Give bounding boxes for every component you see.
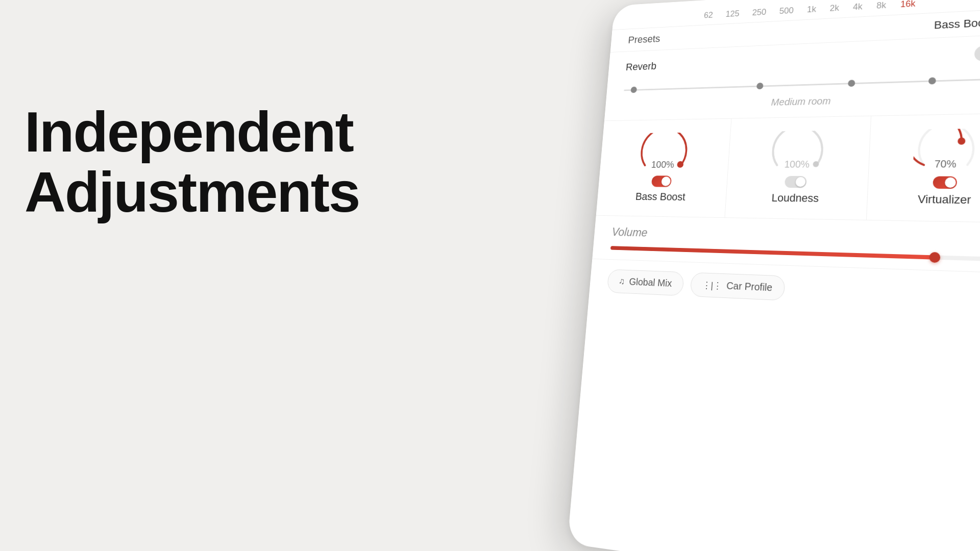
bass-boost-toggle-knob [661, 177, 671, 186]
reverb-thumb-mid2 [848, 80, 855, 87]
bass-boost-percentage: 100% [651, 159, 674, 170]
freq-2k: 2k [829, 3, 839, 13]
reverb-header: Reverb [625, 45, 980, 74]
virtualizer-knob-container: 70% [913, 129, 979, 170]
reverb-thumb-start [630, 87, 637, 93]
reverb-title: Reverb [625, 60, 657, 73]
freq-1k: 1k [807, 5, 817, 15]
bass-boost-knob-container: 100% [636, 133, 692, 170]
preset-dropdown[interactable]: Bass Boost ▼ [934, 15, 980, 32]
preset-selected: Bass Boost [934, 16, 980, 32]
svg-point-1 [813, 161, 819, 167]
volume-fill [610, 246, 935, 260]
phone-wrapper: 62 125 250 500 1k 2k 4k 8k 16k Presets B… [572, 0, 980, 551]
loudness-percentage: 100% [784, 159, 810, 170]
tab-global-mix[interactable]: ♫ Global Mix [607, 269, 684, 296]
loudness-toggle-row [785, 176, 807, 188]
phone-content: 62 125 250 500 1k 2k 4k 8k 16k Presets B… [568, 0, 980, 551]
virtualizer-label: Virtualizer [918, 193, 971, 207]
loudness-knob-container: 100% [767, 131, 828, 170]
effects-grid: 100% Bass Boost [596, 113, 980, 223]
bass-boost-label: Bass Boost [635, 190, 685, 203]
phone-mock: 62 125 250 500 1k 2k 4k 8k 16k Presets B… [568, 0, 980, 551]
loudness-card: 100% Loudness [725, 116, 871, 220]
freq-125: 125 [725, 9, 740, 19]
reverb-toggle[interactable] [974, 45, 980, 61]
bass-boost-card: 100% Bass Boost [596, 119, 731, 217]
volume-slider[interactable] [610, 246, 980, 261]
svg-point-0 [677, 161, 683, 168]
music-note-icon: ♫ [618, 276, 625, 286]
presets-label: Presets [628, 33, 661, 46]
tab-global-mix-label: Global Mix [629, 276, 672, 289]
page-title: Independent Adjustments [24, 102, 351, 222]
car-profile-icon: ⋮|⋮ [702, 280, 722, 291]
freq-16k: 16k [900, 0, 916, 10]
loudness-toggle-knob [796, 177, 806, 187]
loudness-toggle[interactable] [785, 176, 807, 188]
svg-point-2 [958, 137, 965, 144]
tab-car-profile-label: Car Profile [726, 280, 773, 293]
freq-62: 62 [704, 10, 714, 20]
tab-car-profile[interactable]: ⋮|⋮ Car Profile [690, 272, 786, 301]
reverb-track [624, 78, 980, 91]
freq-4k: 4k [853, 2, 863, 12]
virtualizer-toggle-row [933, 176, 957, 189]
headline-section: Independent Adjustments [24, 102, 351, 222]
virtualizer-toggle[interactable] [933, 176, 957, 189]
volume-thumb [929, 252, 940, 263]
reverb-thumb-mid [756, 83, 764, 89]
bass-boost-toggle[interactable] [651, 176, 672, 187]
freq-250: 250 [752, 7, 767, 17]
virtualizer-card: 70% Virtualizer [867, 113, 980, 222]
freq-8k: 8k [876, 1, 887, 11]
reverb-thumb-end [928, 77, 936, 84]
freq-500: 500 [779, 6, 794, 16]
virtualizer-toggle-knob [945, 178, 956, 188]
loudness-label: Loudness [771, 192, 819, 205]
bass-boost-toggle-row [651, 176, 672, 187]
virtualizer-percentage: 70% [934, 158, 956, 170]
volume-title: Volume [611, 226, 980, 248]
